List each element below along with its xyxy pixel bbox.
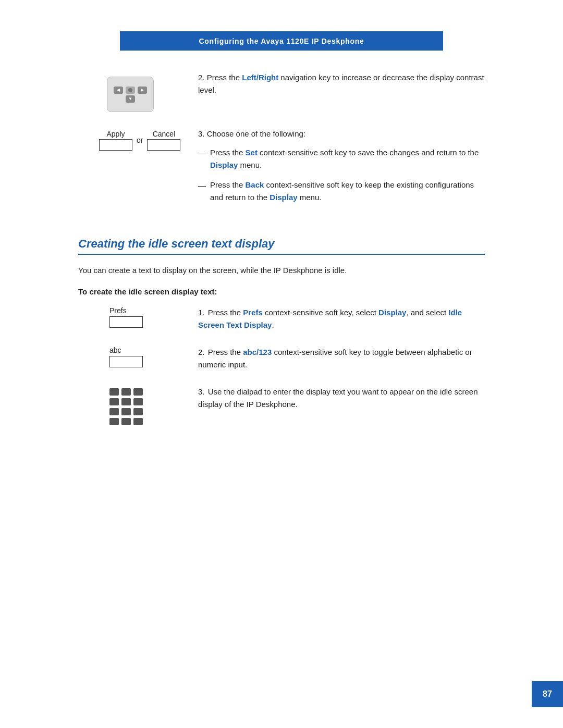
step3-text: Choose one of the following: [207, 129, 305, 138]
idle-step1-left: Prefs [78, 306, 182, 328]
idle-step3-number: 3. [198, 387, 205, 396]
idle-step3-left [78, 386, 182, 425]
bullet1-content: Press the Set context-sensitive soft key… [210, 146, 485, 171]
procedure-title: To create the idle screen display text: [78, 287, 485, 296]
page-content: ◀ ▶ ▼ 2. Press the Left/Right navigation… [78, 51, 485, 482]
bullet2-bold-display: Display [270, 193, 297, 202]
nav-arrows: ◀ ▶ ▼ [114, 87, 147, 103]
dialpad-key-7 [109, 408, 119, 415]
idle-step1-text4: . [272, 320, 274, 329]
nav-top-row: ◀ ▶ [114, 87, 147, 94]
header-title: Configuring the Avaya 1120E IP Deskphone [199, 37, 364, 45]
right-arrow-icon: ▶ [138, 87, 147, 94]
dialpad-key-8 [121, 408, 131, 415]
step3-choose-text: 3. Choose one of the following: [198, 128, 485, 140]
abc-box [109, 356, 143, 367]
idle-step2-number: 2. [198, 348, 205, 356]
step3-number: 3. [198, 129, 205, 138]
dialpad-key-star [109, 418, 119, 425]
prefs-label: Prefs [109, 306, 127, 315]
bullet1-dash: — [198, 147, 206, 171]
cancel-label: Cancel [153, 130, 176, 138]
apply-group: Apply [99, 130, 132, 151]
center-btn-icon [126, 87, 135, 94]
apply-cancel-left: Apply or Cancel [78, 128, 182, 151]
idle-step2-bold-abc: abc/123 [243, 348, 272, 356]
nav-device-image: ◀ ▶ ▼ [107, 77, 154, 112]
dialpad-illustration [109, 388, 143, 425]
idle-step1-text3: , and select [406, 308, 448, 317]
bullet1-text: Press the [210, 148, 246, 157]
dialpad-key-9 [133, 408, 143, 415]
section-heading: Creating the idle screen text display [78, 237, 485, 251]
or-label: or [137, 136, 143, 144]
bullet2-dash: — [198, 179, 206, 204]
idle-step1: Prefs 1. Press the Prefs context-sensiti… [78, 306, 485, 331]
idle-step1-number: 1. [198, 308, 205, 317]
apply-label: Apply [106, 130, 125, 138]
idle-procedure: Prefs 1. Press the Prefs context-sensiti… [78, 306, 485, 440]
header-bar: Configuring the Avaya 1120E IP Deskphone [120, 31, 443, 51]
bullet2-bold-back: Back [246, 180, 264, 189]
dialpad-key-4 [109, 398, 119, 405]
apply-cancel-buttons: Apply or Cancel [99, 130, 180, 151]
down-arrow-icon: ▼ [126, 95, 135, 103]
bullet2-text3: menu. [298, 193, 322, 202]
dialpad-key-1 [109, 388, 119, 396]
dialpad-key-2 [121, 388, 131, 396]
step2-bold-leftright: Left/Right [242, 73, 278, 82]
idle-step1-bold-prefs: Prefs [243, 308, 263, 317]
section-title-bar: Creating the idle screen text display [78, 237, 485, 255]
bullet1: — Press the Set context-sensitive soft k… [198, 146, 485, 171]
idle-step2-text: Press the [208, 348, 243, 356]
idle-step3-right: 3. Use the dialpad to enter the display … [198, 386, 485, 411]
cancel-group: Cancel [147, 130, 180, 151]
dialpad-key-pound [133, 418, 143, 425]
dialpad-key-3 [133, 388, 143, 396]
dialpad-key-0 [121, 418, 131, 425]
dialpad-key-6 [133, 398, 143, 405]
page-number-box: 87 [532, 681, 563, 707]
cancel-box [147, 139, 180, 151]
svg-point-0 [128, 88, 132, 92]
idle-step2: abc 2. Press the abc/123 context-sensiti… [78, 346, 485, 371]
step2-text-before: Press the [207, 73, 242, 82]
step2-text: 2. Press the Left/Right navigation key t… [198, 71, 485, 105]
bullet1-text3: menu. [238, 161, 262, 169]
idle-step2-left: abc [78, 346, 182, 367]
dialpad-key-5 [121, 398, 131, 405]
idle-step3-text: Use the dialpad to enter the display tex… [198, 387, 478, 409]
idle-step1-right: 1. Press the Prefs context-sensitive sof… [198, 306, 485, 331]
bullet1-bold-set: Set [246, 148, 258, 157]
prefs-box [109, 316, 143, 328]
idle-step2-right: 2. Press the abc/123 context-sensitive s… [198, 346, 485, 371]
left-arrow-icon: ◀ [114, 87, 123, 94]
intro-paragraph: You can create a text to display on the … [78, 264, 485, 277]
idle-step1-text: Press the [208, 308, 243, 317]
bullet2-text: Press the [210, 180, 246, 189]
step3-section: Apply or Cancel 3. Choose one of the fol… [78, 128, 485, 211]
nav-key-illustration: ◀ ▶ ▼ [78, 71, 182, 112]
bullet2: — Press the Back context-sensitive soft … [198, 179, 485, 204]
bullet1-text2: context-sensitive soft key to save the c… [258, 148, 479, 157]
step3-right: 3. Choose one of the following: — Press … [198, 128, 485, 211]
bullet1-bold-display: Display [210, 161, 238, 169]
abc-label: abc [109, 346, 121, 354]
apply-box [99, 139, 132, 151]
idle-step3: 3. Use the dialpad to enter the display … [78, 386, 485, 425]
idle-step1-bold-display: Display [378, 308, 406, 317]
nav-bottom-row: ▼ [126, 95, 135, 103]
idle-step1-text2: context-sensitive soft key, select [263, 308, 378, 317]
bullet2-content: Press the Back context-sensitive soft ke… [210, 179, 485, 204]
page-number: 87 [543, 689, 552, 699]
step2-section: ◀ ▶ ▼ 2. Press the Left/Right navigation… [78, 71, 485, 112]
step2-paragraph: 2. Press the Left/Right navigation key t… [198, 71, 485, 96]
step2-number: 2. [198, 73, 205, 82]
